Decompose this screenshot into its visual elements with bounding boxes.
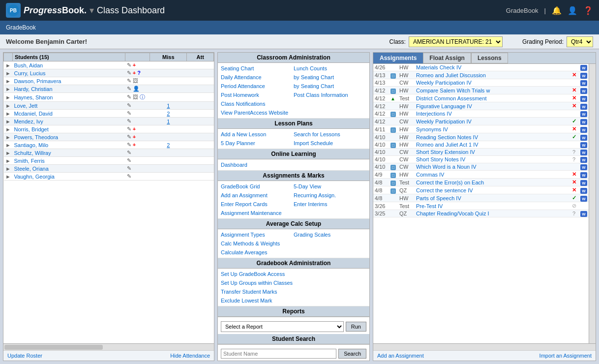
grading-select[interactable]: Qtr4 [567,36,593,47]
gradebook-grid-link[interactable]: GradeBook Grid [221,182,294,191]
expand-arrow[interactable]: ► [4,149,13,157]
edit-icon[interactable]: ✎ [127,150,131,155]
student-link[interactable]: Steele, Oriana [14,166,49,172]
expand-arrow[interactable]: ► [4,77,13,85]
plus-icon[interactable]: + [133,70,136,76]
gradebook-label[interactable]: GradeBook [6,24,36,31]
edit-icon[interactable]: ✎ [127,173,131,179]
seating-chart-link[interactable]: Seating Chart [221,64,294,73]
edit-icon[interactable]: ✎ [127,118,131,124]
by-seating-chart-1-link[interactable]: by Seating Chart [294,73,366,82]
edit-icon[interactable]: ✎ [127,62,131,68]
assign-link[interactable]: Parts of Speech IV [416,195,461,201]
expand-arrow[interactable]: ► [4,173,13,181]
grading-scales-link[interactable]: Grading Scales [294,230,366,239]
assign-link[interactable]: Correct the sentence IV [416,187,473,193]
5day-planner-link[interactable]: 5 Day Planner [221,139,294,148]
expand-arrow[interactable]: ► [4,102,13,110]
help-icon[interactable]: ❓ [583,6,593,15]
expand-arrow[interactable]: ► [4,118,13,125]
student-link[interactable]: Smith, Ferris [14,158,45,164]
edit-icon[interactable]: ✎ [127,102,131,108]
miss-number[interactable]: 1 [167,103,170,109]
enter-interims-link[interactable]: Enter Interims [294,200,366,209]
edit-icon[interactable]: ✎ [127,70,131,76]
post-homework-link[interactable]: Post Homework [221,91,294,99]
import-schedule-link[interactable]: Import Schedule [294,139,366,148]
tab-lessons[interactable]: Lessons [471,53,508,63]
student-link[interactable]: Mcdaniel, David [14,111,53,117]
calc-methods-link[interactable]: Calc Methods & Weights [221,239,294,248]
lunch-counts-link[interactable]: Lunch Counts [294,64,366,73]
student-link[interactable]: Hardy, Christian [14,86,53,92]
assign-link[interactable]: Pre-Test IV [416,203,443,209]
middle-scroll[interactable]: Classroom Administration Seating Chart D… [218,53,369,361]
add-assignment-footer-link[interactable]: Add an Assignment [377,353,424,359]
add-assignment-link[interactable]: Add an Assignment [221,191,294,200]
edit-icon[interactable]: ✎ [127,165,131,171]
student-link[interactable]: Santiago, Milo [14,142,49,148]
assignment-types-link[interactable]: Assignment Types [221,230,294,239]
expand-arrow[interactable]: ► [4,85,13,93]
exclude-lowest-link[interactable]: Exclude Lowest Mark [221,296,366,305]
student-link[interactable]: Mendez, Ivy [14,119,43,124]
hide-attendance-link[interactable]: Hide Attendance [170,353,210,359]
edit-icon[interactable]: ✎ [127,126,131,132]
miss-number[interactable]: 1 [167,119,170,124]
assign-link[interactable]: Correct the Error(s) on Each [416,180,484,185]
expand-arrow[interactable]: ► [4,141,13,149]
assign-link[interactable]: Interjections IV [416,111,452,117]
assign-link[interactable]: Which Word is a Noun IV [416,164,477,170]
assign-link[interactable]: District Common Assessment [416,95,487,101]
view-parentaccess-link[interactable]: View ParentAccess Website [221,108,294,117]
student-link[interactable]: Bush, Aidan [14,62,43,68]
enter-report-cards-link[interactable]: Enter Report Cards [221,200,294,209]
student-link[interactable]: Powers, Theodora [14,134,59,140]
edit-icon[interactable]: ✎ [127,134,131,140]
plus-icon[interactable]: + [133,134,136,140]
edit-icon[interactable]: ✎ [127,110,131,116]
plus-icon[interactable]: + [133,62,136,68]
assign-link[interactable]: Figurative Language IV [416,103,472,109]
assign-link[interactable]: Synonyms IV [416,126,448,132]
class-notifications-link[interactable]: Class Notifications [221,99,294,108]
by-seating-chart-2-link[interactable]: by Seating Chart [294,82,366,91]
student-link[interactable]: Norris, Bridget [14,126,49,132]
search-button[interactable]: Search [338,349,366,359]
period-attendance-link[interactable]: Period Attendance [221,82,294,91]
report-select[interactable]: Select a Report [221,321,344,332]
gradebook-link[interactable]: GradeBook [506,7,539,14]
update-roster-link[interactable]: Update Roster [7,353,42,359]
assign-link[interactable]: Compare Salem Witch Trials w [416,88,490,93]
assignment-maintenance-link[interactable]: Assignment Maintenance [221,209,294,217]
expand-arrow[interactable]: ► [4,165,13,173]
expand-arrow[interactable]: ► [4,69,13,77]
user-icon[interactable]: 👤 [568,6,577,15]
dashboard-link[interactable]: Dashboard [221,160,294,169]
student-link[interactable]: Haynes, Sharon [14,94,53,100]
miss-number[interactable]: 2 [167,111,170,117]
edit-icon[interactable]: ✎ [127,142,131,148]
expand-arrow[interactable]: ► [4,125,13,133]
expand-arrow[interactable]: ► [4,110,13,118]
bell-icon[interactable]: 🔔 [552,6,562,15]
edit-icon[interactable]: ✎ [127,86,131,91]
assign-link[interactable]: Reading Section Notes IV [416,134,478,140]
h-scrollbar[interactable] [373,343,596,350]
assign-link[interactable]: Weekly Participation IV [416,80,472,86]
import-assignment-link[interactable]: Import an Assignment [539,353,592,359]
transfer-marks-link[interactable]: Transfer Student Marks [221,287,366,296]
daily-attendance-link[interactable]: Daily Attendance [221,73,294,82]
edit-icon[interactable]: ✎ [127,94,131,100]
post-class-info-link[interactable]: Post Class Information [294,91,366,99]
plus-icon[interactable]: + [133,142,136,148]
expand-arrow[interactable]: ► [4,93,13,102]
add-lesson-link[interactable]: Add a New Lesson [221,130,294,139]
student-link[interactable]: Dawson, Primavera [14,78,61,84]
h-scroll[interactable] [3,343,214,350]
students-scroll[interactable]: Students (15) Miss Att ►Bush, Aidan✎ + ►… [3,53,214,343]
scrollbar-v[interactable] [589,64,596,343]
search-lessons-link[interactable]: Search for Lessons [294,130,366,139]
plus-icon[interactable]: + [133,126,136,132]
calculate-averages-link[interactable]: Calculate Averages [221,248,294,257]
